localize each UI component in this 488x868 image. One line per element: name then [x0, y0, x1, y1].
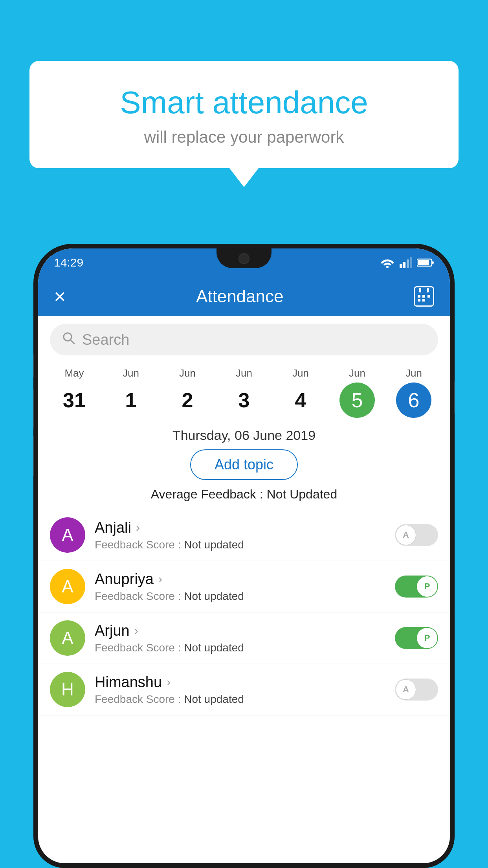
student-info: Anupriya › Feedback Score : Not updated [95, 571, 385, 603]
student-name: Anupriya › [95, 571, 385, 588]
svg-rect-4 [410, 257, 412, 268]
date-month: Jun [159, 367, 216, 379]
notch [216, 248, 272, 268]
svg-rect-6 [432, 261, 434, 264]
student-avatar: A [50, 569, 85, 604]
bubble-subtitle: will replace your paperwork [45, 128, 443, 147]
date-month: Jun [329, 367, 385, 379]
search-placeholder: Search [82, 331, 129, 348]
volume-down-button [33, 389, 34, 428]
app-bar-title: Attendance [66, 287, 414, 306]
date-month: Jun [103, 367, 159, 379]
svg-line-9 [70, 340, 74, 344]
svg-rect-3 [407, 259, 409, 268]
volume-up-button [33, 354, 34, 377]
date-cell-5[interactable]: Jun 5 [329, 367, 385, 418]
app-bar: × Attendance [38, 277, 450, 316]
attendance-toggle[interactable]: A [395, 524, 438, 546]
date-cell-2[interactable]: Jun 2 [159, 367, 216, 418]
chevron-right-icon: › [136, 521, 140, 534]
chevron-right-icon: › [167, 675, 171, 689]
date-day: 4 [283, 383, 318, 418]
avg-feedback-label: Average Feedback : [151, 487, 263, 501]
add-topic-button[interactable]: Add topic [190, 449, 298, 480]
student-feedback: Feedback Score : Not updated [95, 590, 385, 603]
student-info: Himanshu › Feedback Score : Not updated [95, 674, 385, 706]
date-day: 6 [396, 383, 431, 418]
bubble-title: Smart attendance [45, 85, 443, 121]
status-icons [380, 257, 434, 268]
student-name: Anjali › [95, 519, 385, 536]
attendance-toggle[interactable]: P [395, 627, 438, 649]
app-content: Search May 31 Jun 1 Jun 2 Jun 3 Jun 4 Ju… [38, 316, 450, 719]
student-avatar: A [50, 620, 85, 656]
wifi-icon [380, 257, 395, 268]
calendar-button[interactable] [414, 286, 434, 307]
power-button [454, 381, 455, 413]
date-cell-4[interactable]: Jun 4 [272, 367, 329, 418]
search-icon [62, 331, 76, 349]
attendance-toggle[interactable]: P [395, 576, 438, 598]
search-bar[interactable]: Search [50, 324, 438, 355]
student-avatar: H [50, 672, 85, 707]
date-month: Jun [385, 367, 442, 379]
date-day: 31 [57, 383, 92, 418]
date-month: Jun [216, 367, 272, 379]
date-day: 3 [226, 383, 262, 418]
chevron-right-icon: › [134, 624, 138, 637]
camera [238, 253, 250, 264]
date-month: May [46, 367, 103, 379]
student-item-3[interactable]: H Himanshu › Feedback Score : Not update… [38, 664, 450, 715]
selected-date-label: Thursday, 06 June 2019 [38, 428, 450, 443]
date-day: 1 [113, 383, 149, 418]
student-avatar: A [50, 517, 85, 553]
student-name: Himanshu › [95, 674, 385, 691]
chevron-right-icon: › [158, 572, 162, 586]
date-cell-6[interactable]: Jun 6 [385, 367, 442, 418]
student-list: A Anjali › Feedback Score : Not updated … [38, 506, 450, 719]
date-day: 2 [170, 383, 205, 418]
svg-rect-1 [400, 264, 402, 268]
date-strip: May 31 Jun 1 Jun 2 Jun 3 Jun 4 Jun 5 Jun… [38, 363, 450, 420]
svg-point-0 [386, 266, 389, 268]
student-info: Anjali › Feedback Score : Not updated [95, 519, 385, 551]
date-cell-0[interactable]: May 31 [46, 367, 103, 418]
phone-frame: 14:29 [33, 244, 455, 868]
status-time: 14:29 [54, 256, 83, 269]
student-item-1[interactable]: A Anupriya › Feedback Score : Not update… [38, 561, 450, 612]
svg-rect-7 [418, 260, 429, 265]
student-item-0[interactable]: A Anjali › Feedback Score : Not updated … [38, 509, 450, 561]
student-name: Arjun › [95, 622, 385, 639]
date-day: 5 [339, 383, 375, 418]
student-feedback: Feedback Score : Not updated [95, 539, 385, 551]
close-button[interactable]: × [54, 285, 66, 308]
svg-rect-2 [403, 262, 405, 268]
speech-bubble-container: Smart attendance will replace your paper… [29, 61, 459, 168]
battery-icon [417, 258, 434, 267]
signal-icon [400, 257, 412, 268]
date-cell-1[interactable]: Jun 1 [103, 367, 159, 418]
silent-button [33, 436, 34, 476]
student-feedback: Feedback Score : Not updated [95, 693, 385, 706]
speech-bubble: Smart attendance will replace your paper… [29, 61, 459, 168]
attendance-toggle[interactable]: A [395, 679, 438, 701]
date-month: Jun [272, 367, 329, 379]
avg-feedback: Average Feedback : Not Updated [38, 487, 450, 502]
avg-feedback-value: Not Updated [267, 487, 338, 501]
student-feedback: Feedback Score : Not updated [95, 642, 385, 654]
student-item-2[interactable]: A Arjun › Feedback Score : Not updated P [38, 612, 450, 664]
student-info: Arjun › Feedback Score : Not updated [95, 622, 385, 654]
date-cell-3[interactable]: Jun 3 [216, 367, 272, 418]
phone-screen: 14:29 [38, 248, 450, 863]
